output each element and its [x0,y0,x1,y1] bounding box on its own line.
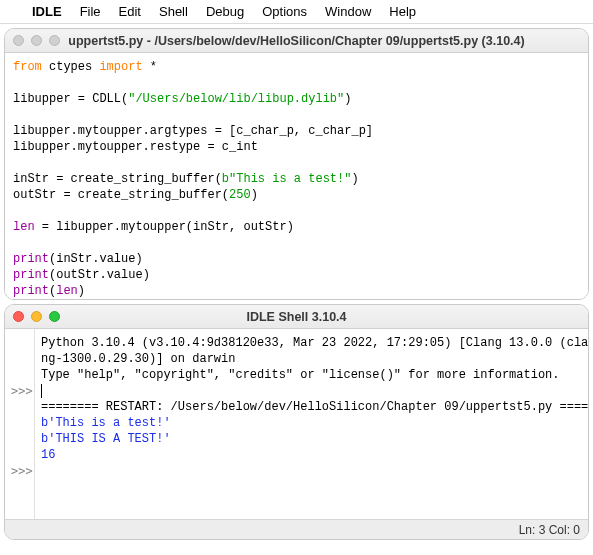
minimize-button[interactable] [31,311,42,322]
menu-file[interactable]: File [80,4,101,19]
prompt-gutter: >>> >>> [5,329,35,519]
window-controls [13,35,60,46]
minimize-button[interactable] [31,35,42,46]
menu-window[interactable]: Window [325,4,371,19]
menu-help[interactable]: Help [389,4,416,19]
shell-titlebar: IDLE Shell 3.10.4 [5,305,588,329]
shell-title: IDLE Shell 3.10.4 [5,310,588,324]
code-editor[interactable]: from ctypes import * libupper = CDLL("/U… [5,53,588,300]
app-menu[interactable]: IDLE [32,4,62,19]
shell-output[interactable]: Python 3.10.4 (v3.10.4:9d38120e33, Mar 2… [35,329,588,519]
editor-window: uppertst5.py - /Users/below/dev/HelloSil… [4,28,589,300]
close-button[interactable] [13,311,24,322]
menu-debug[interactable]: Debug [206,4,244,19]
zoom-button[interactable] [49,311,60,322]
menu-bar: IDLE File Edit Shell Debug Options Windo… [0,0,593,24]
zoom-button[interactable] [49,35,60,46]
shell-statusbar: Ln: 3 Col: 0 [5,519,588,539]
window-controls [13,311,60,322]
close-button[interactable] [13,35,24,46]
shell-cursor-position: Ln: 3 Col: 0 [519,523,580,537]
menu-options[interactable]: Options [262,4,307,19]
editor-title: uppertst5.py - /Users/below/dev/HelloSil… [5,34,588,48]
menu-edit[interactable]: Edit [119,4,141,19]
menu-shell[interactable]: Shell [159,4,188,19]
editor-titlebar: uppertst5.py - /Users/below/dev/HelloSil… [5,29,588,53]
shell-window: IDLE Shell 3.10.4 >>> >>> Python 3.10.4 … [4,304,589,540]
